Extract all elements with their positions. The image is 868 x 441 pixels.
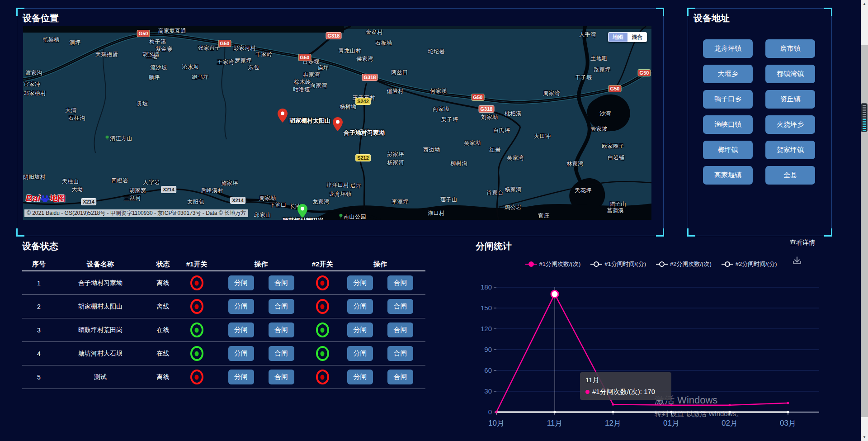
close-switch-button[interactable]: 合闸 xyxy=(387,275,413,290)
svg-text:30: 30 xyxy=(484,387,492,395)
scrollbar-thumb[interactable] xyxy=(861,45,868,417)
open-switch-button[interactable]: 分闸 xyxy=(228,322,254,337)
corner-bracket xyxy=(656,8,664,16)
address-button-贺家坪镇[interactable]: 贺家坪镇 xyxy=(765,141,815,159)
address-button-火烧坪乡[interactable]: 火烧坪乡 xyxy=(765,115,815,134)
table-row: 4塘坊河村大石坝在线分闸合闸分闸合闸 xyxy=(22,342,425,365)
row-index: 3 xyxy=(22,327,56,334)
map-place-label: 干子堰 xyxy=(575,74,592,81)
open-switch-button[interactable]: 分闸 xyxy=(347,346,373,361)
corner-bracket xyxy=(824,8,832,16)
table-header-cell: 操作 xyxy=(212,260,310,269)
address-button-榔坪镇[interactable]: 榔坪镇 xyxy=(703,141,753,159)
map-place-label: 周家湾 xyxy=(543,90,560,97)
open-switch-button[interactable]: 分闸 xyxy=(228,346,254,361)
address-button-高家堰镇[interactable]: 高家堰镇 xyxy=(703,166,753,185)
device-name: 胡家棚村太阳山 xyxy=(56,303,145,311)
table-header-cell: #2开关 xyxy=(310,260,335,269)
close-switch-button[interactable]: 合闸 xyxy=(387,299,413,314)
operation-buttons: 分闸合闸 xyxy=(347,346,413,361)
device-status-title: 设备状态 xyxy=(22,240,58,252)
address-button-鸭子口乡[interactable]: 鸭子口乡 xyxy=(703,90,753,109)
map-place-label: 枇杷溪 xyxy=(505,110,522,118)
address-button-都镇湾镇[interactable]: 都镇湾镇 xyxy=(765,65,815,83)
map-place-label: 刘家坳 xyxy=(481,114,498,121)
map-mode-button[interactable]: 地图 xyxy=(609,33,627,42)
map-place-label: 西边坳 xyxy=(423,146,440,154)
close-switch-button[interactable]: 合闸 xyxy=(269,322,294,337)
address-button-磨市镇[interactable]: 磨市镇 xyxy=(765,39,815,58)
scrollbar[interactable]: ▲ ▼ xyxy=(861,0,868,441)
svg-text:02月: 02月 xyxy=(722,419,738,427)
open-switch-button[interactable]: 分闸 xyxy=(228,275,254,290)
map-place-label: 彭家河村 xyxy=(233,44,256,52)
open-switch-button[interactable]: 分闸 xyxy=(347,275,373,290)
operation-buttons: 分闸合闸 xyxy=(228,275,294,290)
scrollbar-overlay-widget xyxy=(861,103,868,132)
table-header-cell: 操作 xyxy=(335,260,425,269)
address-button-渔峡口镇[interactable]: 渔峡口镇 xyxy=(703,115,753,134)
address-button-龙舟坪镇[interactable]: 龙舟坪镇 xyxy=(703,39,753,58)
map-place-label: 欧家圈子 xyxy=(602,142,624,150)
operations1-cell: 分闸合闸 xyxy=(212,346,310,361)
table-row: 3晒鼓坪村荒田岗在线分闸合闸分闸合闸 xyxy=(22,318,425,342)
operation-buttons: 分闸合闸 xyxy=(347,370,413,384)
baidu-map[interactable]: 笔架槽洞坪天鹅抱蛋胡家湾高家堰互通梅子溪紫金寨二墩流沙坡沁水坝张家台子彭家河村王… xyxy=(23,26,651,220)
legend-item[interactable]: #2分闸次数/(次) xyxy=(656,260,712,268)
corner-bracket xyxy=(687,228,695,237)
close-switch-button[interactable]: 合闸 xyxy=(269,370,294,384)
trip-chart[interactable]: 11月 #1分闸次数/(次): 170 030609012015018010月1… xyxy=(470,269,832,432)
map-place-label: 冉家湾 xyxy=(303,71,320,79)
switch2-cell xyxy=(310,346,335,361)
switch1-cell xyxy=(181,346,212,361)
legend-item[interactable]: #1分闸时间/(分) xyxy=(590,260,646,268)
map-pin[interactable] xyxy=(278,109,288,123)
table-header-row: 序号设备名称状态#1开关操作#2开关操作 xyxy=(22,258,425,270)
address-button-资丘镇[interactable]: 资丘镇 xyxy=(765,90,815,109)
corner-bracket xyxy=(824,228,832,237)
baidu-logo: Bai 地图 xyxy=(26,193,66,204)
close-switch-button[interactable]: 合闸 xyxy=(387,346,413,361)
scrollbar-down-arrow[interactable]: ▼ xyxy=(861,433,868,441)
address-button-大堰乡[interactable]: 大堰乡 xyxy=(703,65,753,83)
open-switch-button[interactable]: 分闸 xyxy=(228,299,254,314)
row-index: 2 xyxy=(22,303,56,310)
map-place-label: 青龙山村 xyxy=(339,47,361,55)
map-place-label: 贯坡 xyxy=(137,100,148,108)
map-place-label: 太阳包 xyxy=(187,198,204,206)
operation-buttons: 分闸合闸 xyxy=(228,346,294,361)
map-place-label: 张家台子 xyxy=(198,44,221,52)
map-place-label: 吴家坳 xyxy=(464,139,481,147)
road-badge-g50: G50 xyxy=(638,69,651,76)
device-status-table: 序号设备名称状态#1开关操作#2开关操作 1合子坳村习家坳离线分闸合闸分闸合闸2… xyxy=(22,258,425,389)
map-place-label: 侯家湾 xyxy=(356,55,373,63)
close-switch-button[interactable]: 合闸 xyxy=(269,346,294,361)
road-badge-g50: G50 xyxy=(218,40,231,47)
legend-item[interactable]: #2分闸时间/(分) xyxy=(722,260,777,268)
map-place-label: 大坳 xyxy=(72,186,83,194)
hybrid-mode-button[interactable]: 混合 xyxy=(627,33,646,42)
switch2-cell xyxy=(310,275,335,290)
open-switch-button[interactable]: 分闸 xyxy=(228,370,254,384)
legend-item[interactable]: #1分闸次数/(次) xyxy=(525,260,581,268)
open-switch-button[interactable]: 分闸 xyxy=(347,370,373,384)
map-place-label: 人手湾 xyxy=(579,31,596,38)
close-switch-button[interactable]: 合闸 xyxy=(269,299,294,314)
row-index: 4 xyxy=(22,350,56,357)
map-place-label: 棕木岭 xyxy=(294,78,311,86)
address-button-全县[interactable]: 全县 xyxy=(765,166,815,185)
scrollbar-up-arrow[interactable]: ▲ xyxy=(861,0,868,8)
chart-legend: #1分闸次数/(次)#1分闸时间/(分)#2分闸次数/(次)#2分闸时间/(分) xyxy=(470,260,832,268)
map-pin[interactable] xyxy=(333,117,343,131)
close-switch-button[interactable]: 合闸 xyxy=(269,275,294,290)
close-switch-button[interactable]: 合闸 xyxy=(387,322,413,337)
close-switch-button[interactable]: 合闸 xyxy=(387,370,413,384)
open-switch-button[interactable]: 分闸 xyxy=(347,322,373,337)
svg-text:0: 0 xyxy=(488,408,492,416)
switch-indicator-green xyxy=(190,346,203,361)
view-details-link[interactable]: 查看详情 xyxy=(790,239,815,247)
map-type-toggle: 地图 混合 xyxy=(608,32,647,42)
open-switch-button[interactable]: 分闸 xyxy=(347,299,373,314)
device-status: 在线 xyxy=(145,326,181,334)
map-pin[interactable] xyxy=(297,204,307,218)
